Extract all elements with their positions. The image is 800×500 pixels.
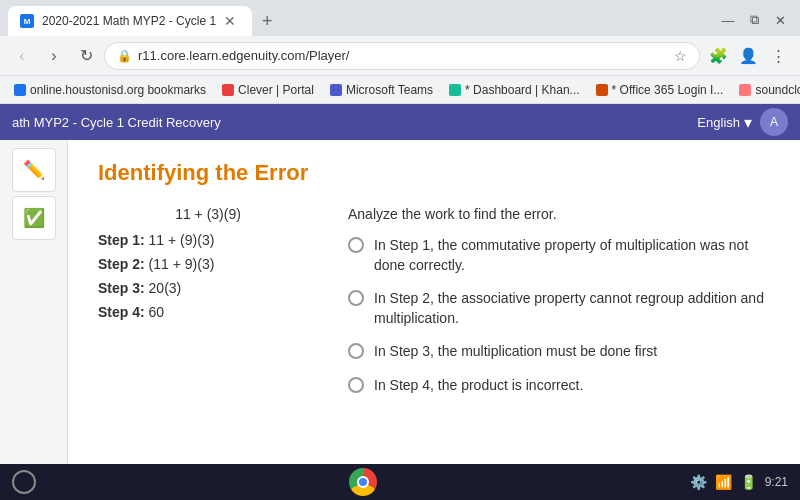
radio-4[interactable] xyxy=(348,377,364,393)
step-3-label: Step 3: xyxy=(98,280,149,296)
profile-button[interactable]: 👤 xyxy=(734,42,762,70)
menu-button[interactable]: ⋮ xyxy=(764,42,792,70)
bookmark-teams[interactable]: Microsoft Teams xyxy=(324,81,439,99)
address-right-icons: ☆ xyxy=(674,48,687,64)
pencil-icon[interactable]: ✏️ xyxy=(12,148,56,192)
bookmark-label: soundcloud.com xyxy=(755,83,800,97)
close-button[interactable]: ✕ xyxy=(768,8,792,32)
bookmark-office[interactable]: * Office 365 Login I... xyxy=(590,81,730,99)
language-selector[interactable]: English ▾ xyxy=(697,113,752,132)
battery-icon: 🔋 xyxy=(740,474,757,490)
address-box[interactable]: 🔒 r11.core.learn.edgenuity.com/Player/ ☆ xyxy=(104,42,700,70)
taskbar-left xyxy=(12,470,36,494)
step-2-line: Step 2: (11 + 9)(3) xyxy=(98,256,318,272)
chrome-logo[interactable] xyxy=(349,468,377,496)
step-1-line: Step 1: 11 + (9)(3) xyxy=(98,232,318,248)
step-1-label: Step 1: xyxy=(98,232,149,248)
toolbar-right: 🧩 👤 ⋮ xyxy=(704,42,792,70)
step-2-label: Step 2: xyxy=(98,256,149,272)
back-button[interactable]: ‹ xyxy=(8,42,36,70)
taskbar: ⚙️ 📶 🔋 9:21 xyxy=(0,464,800,500)
radio-3[interactable] xyxy=(348,343,364,359)
content-area: Identifying the Error 11 + (3)(9) Step 1… xyxy=(68,140,800,464)
browser-frame: M 2020-2021 Math MYP2 - Cycle 1 ✕ + — ⧉ … xyxy=(0,0,800,500)
tab-label: 2020-2021 Math MYP2 - Cycle 1 xyxy=(42,14,216,28)
radio-1[interactable] xyxy=(348,237,364,253)
radio-2[interactable] xyxy=(348,290,364,306)
address-text: r11.core.learn.edgenuity.com/Player/ xyxy=(138,48,668,63)
lock-icon: 🔒 xyxy=(117,49,132,63)
chrome-inner xyxy=(357,476,369,488)
option-4-text: In Step 4, the product is incorrect. xyxy=(374,376,583,396)
reload-button[interactable]: ↻ xyxy=(72,42,100,70)
step-4-value: 60 xyxy=(149,304,165,320)
side-panel: ✏️ ✅ xyxy=(0,140,68,464)
restore-button[interactable]: ⧉ xyxy=(742,8,766,32)
bookmark-label: online.houstonisd.org bookmarks xyxy=(30,83,206,97)
option-2[interactable]: In Step 2, the associative property cann… xyxy=(348,289,770,328)
step-4-line: Step 4: 60 xyxy=(98,304,318,320)
extensions-button[interactable]: 🧩 xyxy=(704,42,732,70)
minimize-button[interactable]: — xyxy=(716,8,740,32)
bookmark-favicon xyxy=(222,84,234,96)
content-columns: 11 + (3)(9) Step 1: 11 + (9)(3) Step 2: … xyxy=(98,206,770,410)
step-1-value: 11 + (9)(3) xyxy=(149,232,215,248)
option-1-text: In Step 1, the commutative property of m… xyxy=(374,236,770,275)
clock: 9:21 xyxy=(765,475,788,489)
tab-favicon: M xyxy=(20,14,34,28)
option-2-text: In Step 2, the associative property cann… xyxy=(374,289,770,328)
bookmarks-bar: online.houstonisd.org bookmarks Clever |… xyxy=(0,76,800,104)
bookmark-favicon xyxy=(596,84,608,96)
step-4-label: Step 4: xyxy=(98,304,149,320)
options-column: Analyze the work to find the error. In S… xyxy=(348,206,770,410)
user-avatar[interactable]: A xyxy=(760,108,788,136)
main-content: ✏️ ✅ Identifying the Error 11 + (3)(9) S… xyxy=(0,140,800,464)
bookmark-favicon xyxy=(14,84,26,96)
bookmark-label: * Dashboard | Khan... xyxy=(465,83,580,97)
step-2-value: (11 + 9)(3) xyxy=(149,256,215,272)
page-title: Identifying the Error xyxy=(98,160,770,186)
new-tab-button[interactable]: + xyxy=(254,7,281,36)
forward-button[interactable]: › xyxy=(40,42,68,70)
option-3-text: In Step 3, the multiplication must be do… xyxy=(374,342,657,362)
analyze-prompt: Analyze the work to find the error. xyxy=(348,206,770,222)
bookmark-houstonisd[interactable]: online.houstonisd.org bookmarks xyxy=(8,81,212,99)
taskbar-apps-icon[interactable] xyxy=(12,470,36,494)
bookmark-label: Microsoft Teams xyxy=(346,83,433,97)
tab-close-button[interactable]: ✕ xyxy=(224,14,236,28)
bookmark-favicon xyxy=(739,84,751,96)
language-label: English xyxy=(697,115,740,130)
tab-bar: M 2020-2021 Math MYP2 - Cycle 1 ✕ + — ⧉ … xyxy=(0,0,800,36)
math-expression: 11 + (3)(9) xyxy=(98,206,318,222)
bookmark-clever[interactable]: Clever | Portal xyxy=(216,81,320,99)
option-1[interactable]: In Step 1, the commutative property of m… xyxy=(348,236,770,275)
step-3-value: 20(3) xyxy=(149,280,182,296)
math-steps-column: 11 + (3)(9) Step 1: 11 + (9)(3) Step 2: … xyxy=(98,206,318,410)
app-title: ath MYP2 - Cycle 1 Credit Recovery xyxy=(12,115,697,130)
bookmark-khan[interactable]: * Dashboard | Khan... xyxy=(443,81,586,99)
bookmark-label: * Office 365 Login I... xyxy=(612,83,724,97)
taskbar-center xyxy=(36,468,690,496)
option-4[interactable]: In Step 4, the product is incorrect. xyxy=(348,376,770,396)
bookmark-label: Clever | Portal xyxy=(238,83,314,97)
app-header: ath MYP2 - Cycle 1 Credit Recovery Engli… xyxy=(0,104,800,140)
star-icon[interactable]: ☆ xyxy=(674,48,687,64)
checklist-icon[interactable]: ✅ xyxy=(12,196,56,240)
taskbar-right: ⚙️ 📶 🔋 9:21 xyxy=(690,474,788,490)
step-3-line: Step 3: 20(3) xyxy=(98,280,318,296)
math-problem: 11 + (3)(9) Step 1: 11 + (9)(3) Step 2: … xyxy=(98,206,318,320)
bookmark-favicon xyxy=(449,84,461,96)
option-3[interactable]: In Step 3, the multiplication must be do… xyxy=(348,342,770,362)
bookmark-favicon xyxy=(330,84,342,96)
window-controls: — ⧉ ✕ xyxy=(716,8,792,36)
wifi-icon: 📶 xyxy=(715,474,732,490)
address-bar-row: ‹ › ↻ 🔒 r11.core.learn.edgenuity.com/Pla… xyxy=(0,36,800,76)
bookmark-soundcloud[interactable]: soundcloud.com xyxy=(733,81,800,99)
settings-icon[interactable]: ⚙️ xyxy=(690,474,707,490)
active-tab[interactable]: M 2020-2021 Math MYP2 - Cycle 1 ✕ xyxy=(8,6,252,36)
chevron-down-icon: ▾ xyxy=(744,113,752,132)
